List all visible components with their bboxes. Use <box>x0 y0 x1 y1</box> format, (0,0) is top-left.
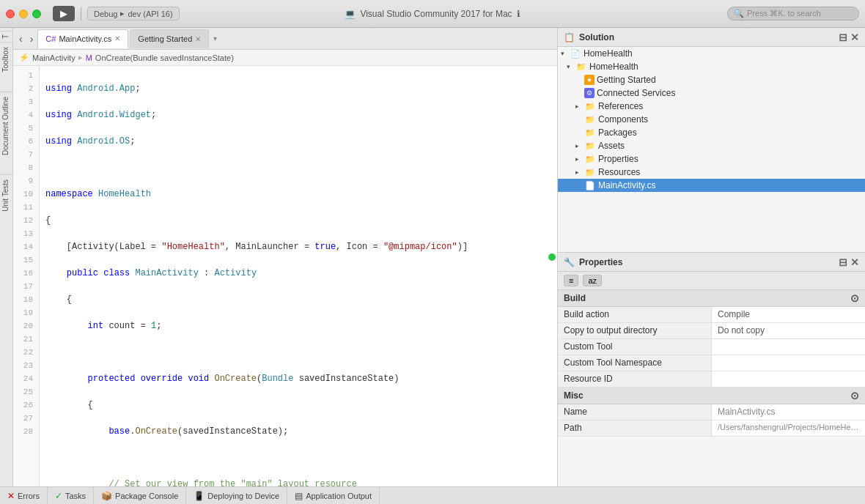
tree-connected-services-label: Connected Services <box>597 88 675 98</box>
properties-close-btn[interactable]: ✕ <box>850 256 859 268</box>
tab-prev-button[interactable]: ‹ <box>16 33 26 45</box>
code-line-11 <box>45 346 551 359</box>
status-tasks[interactable]: ✓ Tasks <box>48 487 94 504</box>
code-content[interactable]: using Android.App; using Android.Widget;… <box>40 66 557 486</box>
tree-cs-arrow <box>575 89 584 97</box>
path-label: Path <box>558 420 712 436</box>
toolbox-label[interactable]: Toolbox <box>0 42 13 76</box>
props-copy-output: Copy to output directory Do not copy <box>558 323 865 339</box>
run-button[interactable]: ▶ <box>53 6 75 21</box>
tab-next-button[interactable]: › <box>27 33 37 45</box>
editor-area: ‹ › C# MainActivity.cs ✕ Getting Started… <box>13 28 557 486</box>
titlebar: ▶ Debug ▸ dev (API 16) 💻 Visual Studio C… <box>0 0 865 28</box>
code-line-10: int count = 1; <box>45 319 551 333</box>
breadcrumb-part2[interactable]: OnCreate(Bundle savedInstanceState) <box>95 53 234 62</box>
toolbar-controls: ▶ Debug ▸ dev (API 16) <box>53 6 180 21</box>
tree-project[interactable]: ▾ 📁 HomeHealth <box>558 60 865 73</box>
config-mode: Debug <box>94 10 117 18</box>
copy-output-label: Copy to output directory <box>558 323 712 338</box>
tab-bar: ‹ › C# MainActivity.cs ✕ Getting Started… <box>13 28 557 50</box>
tree-references-label: References <box>598 101 643 111</box>
tab-getting-started[interactable]: Getting Started ✕ <box>130 29 209 48</box>
assets-folder-icon: 📁 <box>584 141 596 151</box>
tree-packages[interactable]: 📁 Packages <box>558 126 865 139</box>
tree-props-arrow: ▸ <box>575 155 584 163</box>
solution-icon: 📋 <box>564 32 575 42</box>
tree-mainactivity[interactable]: 📄 MainActivity.cs <box>558 179 865 192</box>
code-line-16: // Set our view from the "main" layout r… <box>45 478 551 486</box>
tree-references[interactable]: ▸ 📁 References <box>558 100 865 113</box>
tab-mainactivity-close[interactable]: ✕ <box>114 34 120 42</box>
custom-tool-ns-value[interactable] <box>712 355 865 371</box>
tab-getting-started-label: Getting Started <box>138 34 192 43</box>
tree-gs-arrow <box>575 76 584 84</box>
build-section-toggle[interactable]: ⊙ <box>850 292 859 304</box>
props-toolbar: ≡ az <box>558 272 865 290</box>
minimize-button[interactable] <box>19 10 28 18</box>
maximize-button[interactable] <box>32 10 41 18</box>
tree-getting-started-label: Getting Started <box>597 75 656 85</box>
search-bar[interactable]: 🔍 Press ⌘K. to search <box>727 7 859 21</box>
tab-mainactivity[interactable]: C# MainActivity.cs ✕ <box>37 29 128 48</box>
status-app-output[interactable]: ▤ Application Output <box>287 487 380 504</box>
name-value: MainActivity.cs <box>712 404 865 420</box>
solution-collapse-btn[interactable]: ⊟ <box>839 32 847 43</box>
getting-started-icon: ★ <box>584 75 595 85</box>
props-name: Name MainActivity.cs <box>558 404 865 420</box>
tab-getting-started-close[interactable]: ✕ <box>195 35 201 43</box>
misc-section-toggle[interactable]: ⊙ <box>850 390 859 401</box>
errors-icon: ✕ <box>7 491 15 501</box>
build-action-value[interactable]: Compile <box>712 307 865 322</box>
config-device: dev (API 16) <box>128 10 172 18</box>
toolbox-tab[interactable]: T <box>0 31 13 42</box>
solution-close-btn[interactable]: ✕ <box>850 32 859 43</box>
deploying-icon: 📱 <box>194 491 205 501</box>
breadcrumb-icon: ⚡ <box>19 53 29 62</box>
properties-collapse-btn[interactable]: ⊟ <box>839 256 847 268</box>
solution-title: Solution <box>579 32 614 42</box>
properties-panel: 🔧 Properties ⊟ ✕ ≡ az Build ⊙ Build acti… <box>558 252 865 486</box>
tree-root[interactable]: ▾ 📄 HomeHealth <box>558 47 865 60</box>
props-list-btn[interactable]: ≡ <box>564 275 578 286</box>
solution-tree[interactable]: ▾ 📄 HomeHealth ▾ 📁 HomeHealth ★ Getting … <box>558 47 865 252</box>
misc-section-header[interactable]: Misc ⊙ <box>558 388 865 404</box>
build-action-label: Build action <box>558 307 712 322</box>
solution-header-buttons: ⊟ ✕ <box>839 32 859 43</box>
close-button[interactable] <box>6 10 15 18</box>
custom-tool-ns-label: Custom Tool Namespace <box>558 355 712 371</box>
tab-dropdown-btn[interactable]: ▾ <box>213 34 217 42</box>
misc-section-label: Misc <box>564 390 584 401</box>
code-line-15 <box>45 451 551 464</box>
tree-assets[interactable]: ▸ 📁 Assets <box>558 139 865 152</box>
copy-output-value[interactable]: Do not copy <box>712 323 865 338</box>
tasks-icon: ✓ <box>55 491 62 501</box>
code-editor[interactable]: 1 2 3 4 5 6 7 8 9 10 11 12 13 14 15 16 1… <box>13 66 557 486</box>
tree-connected-services[interactable]: ⚙ Connected Services <box>558 86 865 100</box>
app-icon: 💻 <box>345 9 356 19</box>
props-sort-btn[interactable]: az <box>583 275 602 286</box>
tree-components[interactable]: 📁 Components <box>558 113 865 126</box>
resource-id-value[interactable] <box>712 371 865 387</box>
properties-title: Properties <box>579 257 622 267</box>
document-outline-tab[interactable]: Document Outline <box>0 92 13 160</box>
code-line-2: using Android.Widget; <box>45 108 551 122</box>
config-info[interactable]: Debug ▸ dev (API 16) <box>87 7 180 21</box>
status-errors[interactable]: ✕ Errors <box>0 487 48 504</box>
unit-tests-tab[interactable]: Unit Tests <box>0 174 13 216</box>
app-title: 💻 Visual Studio Community 2017 for Mac ℹ <box>345 9 520 19</box>
custom-tool-value[interactable] <box>712 339 865 355</box>
status-package-console[interactable]: 📦 Package Console <box>94 487 186 504</box>
build-section-header[interactable]: Build ⊙ <box>558 290 865 307</box>
tree-properties-label: Properties <box>598 154 638 164</box>
code-line-1: using Android.App; <box>45 82 551 95</box>
tree-properties[interactable]: ▸ 📁 Properties <box>558 152 865 166</box>
info-icon[interactable]: ℹ <box>517 9 520 19</box>
properties-icon: 🔧 <box>564 257 575 267</box>
status-deploying[interactable]: 📱 Deploying to Device <box>186 487 287 504</box>
breadcrumb-sep: ▸ <box>78 53 83 62</box>
code-line-13: { <box>45 399 551 412</box>
tasks-label: Tasks <box>65 492 86 500</box>
tree-resources[interactable]: ▸ 📁 Resources <box>558 166 865 179</box>
breadcrumb-part1[interactable]: MainActivity <box>32 53 76 62</box>
tree-getting-started[interactable]: ★ Getting Started <box>558 73 865 86</box>
